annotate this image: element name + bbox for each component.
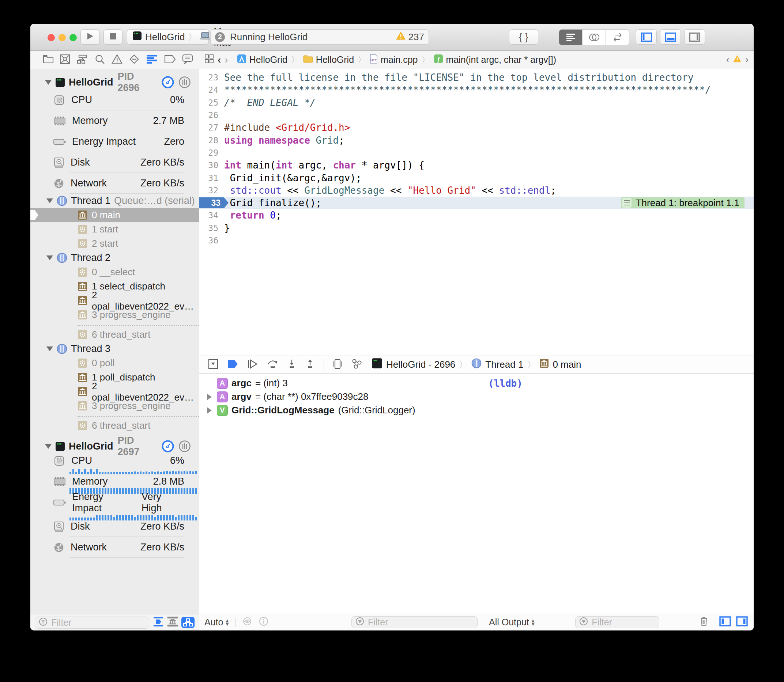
toggle-variables-view-button[interactable] bbox=[719, 616, 731, 629]
profile-in-instruments-button[interactable] bbox=[161, 76, 174, 88]
warning-icon[interactable] bbox=[733, 54, 742, 65]
code-line[interactable]: 32 std::cout << GridLogMessage << "Hello… bbox=[199, 184, 754, 197]
navigator-filter-field[interactable] bbox=[35, 617, 149, 629]
clear-console-button[interactable] bbox=[699, 616, 709, 629]
breakpoints-toggle-button[interactable] bbox=[227, 359, 238, 370]
code-line[interactable]: 27#include <Grid/Grid.h> bbox=[199, 121, 754, 134]
step-over-button[interactable] bbox=[267, 359, 278, 371]
source-control-navigator-tab[interactable] bbox=[60, 54, 70, 66]
line-number[interactable]: 35 bbox=[199, 223, 224, 233]
variables-filter-field[interactable] bbox=[351, 616, 477, 628]
toggle-navigator-button[interactable] bbox=[636, 29, 657, 45]
stat-row-disk[interactable]: DiskZero KB/s bbox=[30, 516, 199, 537]
run-button[interactable] bbox=[80, 29, 99, 45]
stack-frame-row[interactable]: 6 thread_start bbox=[30, 419, 199, 433]
thread-row[interactable]: Thread 2 bbox=[30, 251, 199, 265]
stack-frame-row[interactable]: 1 start bbox=[30, 222, 199, 236]
code-line[interactable]: 29 bbox=[199, 147, 754, 159]
variable-row[interactable]: VGrid::GridLogMessage(Grid::GridLogger) bbox=[199, 403, 483, 417]
issue-navigator-tab[interactable] bbox=[112, 54, 123, 65]
scheme-selector[interactable]: HelloGrid 〉 My Mac bbox=[127, 29, 209, 45]
find-navigator-tab[interactable] bbox=[95, 54, 105, 66]
profile-in-instruments-button[interactable] bbox=[161, 440, 174, 453]
stack-frame-row[interactable]: 2 opal_libevent2022_ev… bbox=[30, 384, 199, 399]
code-line[interactable]: 35} bbox=[199, 222, 754, 234]
line-number[interactable]: 28 bbox=[199, 135, 224, 145]
code-line[interactable]: 24**************************************… bbox=[199, 84, 754, 96]
console-output-selector[interactable]: All Output ▲▼ bbox=[489, 617, 536, 628]
hide-debug-area-button[interactable] bbox=[208, 359, 218, 371]
symbol-navigator-tab[interactable] bbox=[77, 54, 88, 65]
stat-row-energy-impact[interactable]: Energy ImpactVery High bbox=[30, 495, 199, 516]
related-items-button[interactable] bbox=[204, 54, 214, 66]
line-number[interactable]: 24 bbox=[199, 85, 224, 95]
version-editor-button[interactable] bbox=[606, 30, 629, 45]
pause-process-button[interactable] bbox=[179, 440, 191, 453]
breakpoint-navigator-tab[interactable] bbox=[164, 55, 176, 65]
zoom-window-button[interactable] bbox=[69, 34, 77, 41]
source-editor[interactable]: 23See the full license in the file "LICE… bbox=[199, 69, 754, 355]
console-view[interactable]: (lldb) bbox=[483, 373, 754, 613]
line-number[interactable]: 30 bbox=[199, 161, 224, 170]
code-line[interactable]: 31 Grid_init(&argc,&argv); bbox=[199, 171, 754, 184]
toggle-debug-area-button[interactable] bbox=[660, 29, 681, 45]
code-line[interactable]: 36 bbox=[199, 234, 754, 247]
line-number[interactable]: 29 bbox=[199, 148, 224, 158]
breadcrumb-group[interactable]: HelloGrid bbox=[303, 54, 354, 65]
code-line[interactable]: 28using namespace Grid; bbox=[199, 134, 754, 146]
stat-row-memory[interactable]: Memory2.7 MB bbox=[30, 110, 199, 131]
debug-navigator-tab[interactable] bbox=[146, 54, 158, 65]
stat-row-disk[interactable]: DiskZero KB/s bbox=[30, 152, 199, 173]
variables-scope-selector[interactable]: Auto ▲▼ bbox=[204, 617, 230, 628]
minimize-window-button[interactable] bbox=[59, 34, 66, 41]
disclosure-triangle-icon[interactable] bbox=[46, 255, 53, 260]
project-navigator-tab[interactable] bbox=[43, 54, 54, 65]
chevron-right-icon[interactable] bbox=[207, 407, 212, 414]
back-button[interactable]: ‹ bbox=[217, 54, 221, 66]
stat-row-cpu[interactable]: CPU6% bbox=[30, 454, 199, 475]
breadcrumb-symbol[interactable]: f main(int argc, char * argv[]) bbox=[434, 54, 557, 66]
line-number[interactable]: 27 bbox=[199, 123, 224, 132]
report-navigator-tab[interactable] bbox=[182, 54, 193, 66]
code-line[interactable]: 30int main(int argc, char * argv[]) { bbox=[199, 159, 754, 171]
line-number[interactable]: 31 bbox=[199, 173, 224, 183]
code-line[interactable]: 25/* END LEGAL */ bbox=[199, 97, 754, 109]
line-number[interactable]: 25 bbox=[199, 98, 224, 107]
stat-row-cpu[interactable]: CPU0% bbox=[30, 89, 199, 110]
memory-graph-button[interactable] bbox=[351, 359, 363, 371]
console-filter-field[interactable] bbox=[575, 616, 659, 628]
standard-editor-button[interactable] bbox=[559, 30, 583, 45]
breakpoint-hit-badge[interactable]: Thread 1: breakpoint 1.1 bbox=[621, 198, 744, 208]
process-crumb[interactable]: HelloGrid - 2696 bbox=[386, 359, 455, 370]
stack-frame-row[interactable]: 3 progress_engine bbox=[30, 399, 199, 413]
step-out-button[interactable] bbox=[305, 359, 315, 371]
stack-frame-row[interactable]: 6 thread_start bbox=[30, 327, 199, 342]
line-number[interactable]: 32 bbox=[199, 186, 224, 195]
frame-crumb[interactable]: 0 main bbox=[552, 359, 581, 370]
disclosure-triangle-icon[interactable] bbox=[46, 198, 53, 203]
debug-symbols-filter-button[interactable] bbox=[153, 617, 164, 628]
test-navigator-tab[interactable] bbox=[129, 54, 140, 66]
user-frames-filter-button[interactable] bbox=[167, 617, 178, 628]
line-number[interactable]: 34 bbox=[199, 210, 224, 220]
disclosure-triangle-icon[interactable] bbox=[45, 444, 51, 449]
stat-row-network[interactable]: NetworkZero KB/s bbox=[30, 173, 199, 194]
filter-input[interactable] bbox=[51, 617, 145, 628]
line-number[interactable]: 26 bbox=[199, 110, 224, 120]
filter-input[interactable] bbox=[591, 617, 655, 628]
breadcrumb-project[interactable]: HelloGrid bbox=[237, 54, 287, 66]
stack-frame-row[interactable]: 3 progress_engine bbox=[30, 308, 199, 322]
stack-frame-row[interactable]: 2 opal_libevent2022_ev… bbox=[30, 293, 199, 308]
code-line[interactable]: 26 bbox=[199, 109, 754, 121]
filter-input[interactable] bbox=[367, 617, 474, 628]
disclosure-triangle-icon[interactable] bbox=[46, 346, 53, 351]
toggle-inspector-button[interactable] bbox=[684, 29, 705, 45]
debug-view-hierarchy-button[interactable] bbox=[333, 359, 342, 371]
previous-issue-button[interactable]: ‹ bbox=[726, 54, 730, 65]
breakpoint-indicator[interactable]: 33 bbox=[199, 198, 228, 208]
variables-view[interactable]: Aargc= (int) 3Aargv= (char **) 0x7ffee90… bbox=[199, 373, 483, 613]
stack-frame-row[interactable]: 2 start bbox=[30, 236, 199, 251]
chevron-right-icon[interactable] bbox=[207, 394, 212, 400]
line-number[interactable]: 36 bbox=[199, 236, 224, 245]
disclosure-area[interactable] bbox=[205, 394, 213, 400]
